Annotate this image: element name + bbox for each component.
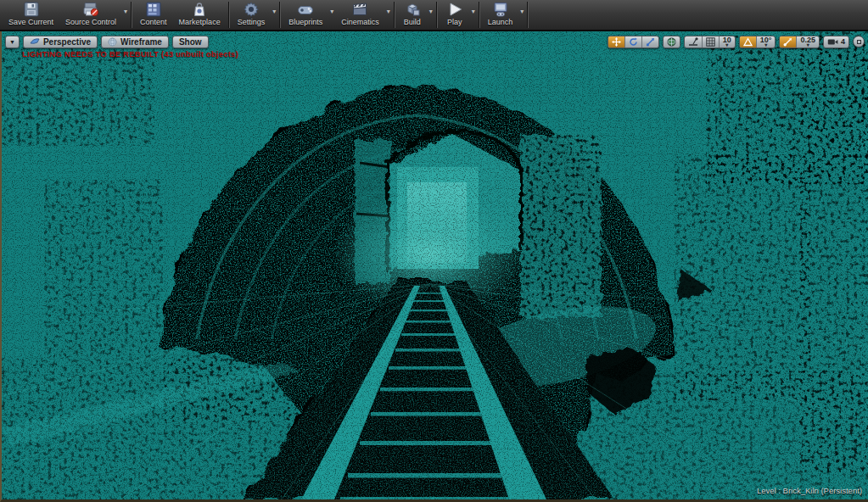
rotation-snap-value[interactable]: 10° ▾ <box>757 36 776 47</box>
grid-snap-toggle-button[interactable] <box>703 36 720 47</box>
rotate-tool-button[interactable] <box>625 36 642 47</box>
cinematics-label: Cinematics <box>341 18 379 26</box>
toolbar-separator <box>527 2 529 28</box>
blueprints-icon <box>296 1 315 18</box>
cinematics-dropdown[interactable]: ▾ <box>385 0 392 30</box>
grid-snap-group: 10 ▾ <box>684 36 736 48</box>
camera-speed-button[interactable]: 4 <box>824 36 848 47</box>
chevron-down-icon: ▾ <box>764 43 767 47</box>
toolbar-separator <box>279 2 281 28</box>
blueprints-label: Blueprints <box>288 18 322 26</box>
wireframe-icon <box>108 37 117 47</box>
settings-gear-icon <box>242 1 260 18</box>
marketplace-button[interactable]: Marketplace <box>173 0 227 30</box>
build-label: Build <box>404 18 421 26</box>
scale-snap-icon <box>783 37 792 47</box>
main-toolbar: Save Current Source Control ▾ <box>0 0 868 31</box>
content-button[interactable]: Content <box>134 0 173 30</box>
maximize-viewport-button[interactable] <box>853 36 865 47</box>
camera-speed-group: 4 <box>823 36 849 48</box>
save-icon <box>22 1 41 18</box>
source-control-button[interactable]: Source Control <box>59 0 122 30</box>
grid-snap-value[interactable]: 10 ▾ <box>720 36 735 47</box>
chevron-down-icon: ▾ <box>725 43 728 47</box>
chevron-down-icon: ▼ <box>9 39 15 45</box>
noise-layer <box>2 31 868 499</box>
rotation-snap-toggle-button[interactable] <box>740 36 757 47</box>
build-button[interactable]: Build <box>397 0 428 30</box>
level-viewport[interactable]: ▼ Perspective Wireframe <box>0 31 868 502</box>
move-tool-icon <box>612 37 621 47</box>
toolbar-separator <box>436 2 438 28</box>
blueprints-button[interactable]: Blueprints <box>283 0 328 30</box>
wireframe-scene-brick-kiln <box>2 31 868 499</box>
viewport-options-dropdown[interactable]: ▼ <box>5 36 20 48</box>
source-control-dropdown[interactable]: ▾ <box>122 0 129 30</box>
coordinate-space-group <box>663 36 680 48</box>
level-status-label: Level : Brick_Kiln (Persistent) <box>757 486 862 495</box>
marketplace-icon <box>190 1 209 18</box>
transform-tools-group <box>608 36 659 48</box>
content-browser-icon <box>144 1 163 18</box>
settings-label: Settings <box>238 18 266 26</box>
launch-label: Launch <box>488 18 513 26</box>
move-tool-button[interactable] <box>608 36 625 47</box>
scale-tool-icon <box>646 37 655 47</box>
save-current-label: Save Current <box>8 18 53 26</box>
wireframe-label: Wireframe <box>120 37 162 47</box>
scale-tool-button[interactable] <box>642 36 658 47</box>
wireframe-button[interactable]: Wireframe <box>101 36 169 48</box>
scale-snap-group: 0.25 ▾ <box>779 36 820 48</box>
launch-icon <box>491 1 510 18</box>
launch-dropdown[interactable]: ▾ <box>518 0 525 30</box>
grid-icon <box>706 37 715 47</box>
settings-button[interactable]: Settings <box>232 0 272 30</box>
surface-snap-button[interactable] <box>685 36 703 47</box>
source-control-label: Source Control <box>65 18 116 26</box>
world-space-toggle-button[interactable] <box>664 36 680 47</box>
cinematics-button[interactable]: Cinematics <box>335 0 385 30</box>
rotate-tool-icon <box>629 37 638 47</box>
viewport-toolbar-left: ▼ Perspective Wireframe <box>5 35 209 48</box>
blueprints-dropdown[interactable]: ▾ <box>328 0 335 30</box>
source-control-icon <box>81 1 100 18</box>
chevron-down-icon: ▾ <box>807 43 809 47</box>
toolbar-separator <box>228 2 230 28</box>
rotation-snap-group: 10° ▾ <box>739 36 776 48</box>
scale-snap-toggle-button[interactable] <box>780 36 797 47</box>
show-button[interactable]: Show <box>172 36 209 48</box>
launch-button[interactable]: Launch <box>482 0 519 30</box>
build-icon <box>403 1 422 18</box>
perspective-label: Perspective <box>43 37 91 47</box>
show-label: Show <box>179 37 202 47</box>
cinematics-icon <box>350 1 369 18</box>
camera-speed-value: 4 <box>841 37 845 46</box>
globe-icon <box>667 37 676 47</box>
play-button[interactable]: Play <box>440 0 470 30</box>
surface-snap-icon <box>688 37 698 47</box>
camera-icon <box>827 38 838 46</box>
marketplace-label: Marketplace <box>179 18 221 26</box>
lighting-rebuild-warning: LIGHTING NEEDS TO BE REBUILT (43 unbuilt… <box>22 49 238 59</box>
maximize-icon <box>857 40 861 44</box>
scale-snap-value[interactable]: 0.25 ▾ <box>797 36 819 47</box>
toolbar-separator <box>131 2 132 28</box>
unreal-editor-window: Save Current Source Control ▾ <box>0 0 868 502</box>
build-dropdown[interactable]: ▾ <box>428 0 434 30</box>
perspective-button[interactable]: Perspective <box>23 36 98 48</box>
perspective-icon <box>30 37 40 46</box>
play-label: Play <box>447 18 462 26</box>
settings-dropdown[interactable]: ▾ <box>271 0 277 30</box>
play-dropdown[interactable]: ▾ <box>470 0 477 30</box>
toolbar-separator <box>479 2 480 28</box>
angle-snap-icon <box>743 37 753 47</box>
save-current-button[interactable]: Save Current <box>3 0 59 30</box>
toolbar-separator <box>394 2 395 28</box>
content-label: Content <box>140 18 167 26</box>
viewport-toolbar: ▼ Perspective Wireframe <box>5 35 865 48</box>
viewport-toolbar-right: 10 ▾ 10° ▾ <box>608 35 865 48</box>
play-icon <box>445 1 464 18</box>
